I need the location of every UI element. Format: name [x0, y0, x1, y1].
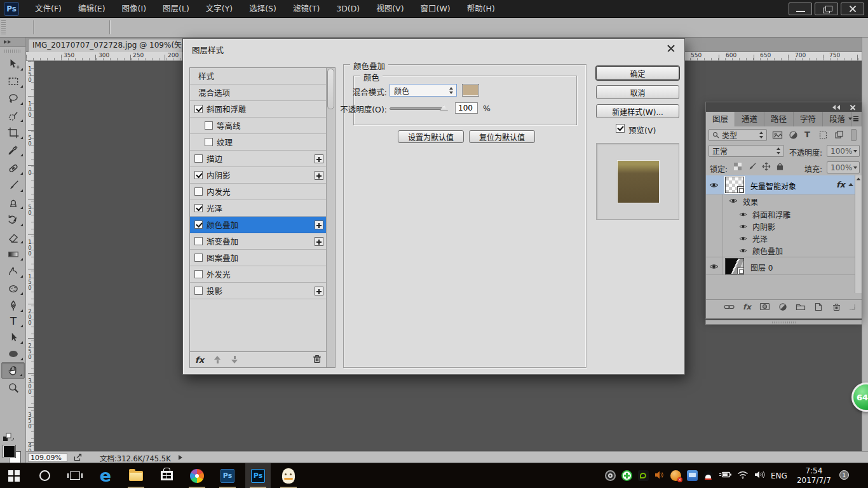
menu-image[interactable]: 图像(I) — [114, 0, 154, 18]
panel-resize-grip[interactable] — [849, 304, 855, 310]
style-checkbox[interactable] — [194, 187, 203, 196]
legacy-volume-tray-icon[interactable] — [654, 470, 665, 482]
messenger-taskbar-button[interactable] — [276, 463, 301, 488]
filter-shape-layers-icon[interactable] — [818, 130, 828, 142]
export-icon[interactable] — [74, 454, 83, 463]
effect-row-inner-shadow[interactable]: 内阴影 — [706, 220, 855, 233]
browser-taskbar-button[interactable] — [184, 463, 210, 488]
style-checkbox[interactable] — [194, 254, 203, 262]
filter-smart-objects-icon[interactable] — [834, 130, 844, 142]
move-style-down-icon[interactable] — [231, 356, 238, 363]
style-checkbox[interactable] — [194, 287, 203, 295]
new-group-icon[interactable] — [796, 302, 806, 311]
layer-name[interactable]: 图层 0 — [750, 262, 773, 273]
visibility-eye-icon[interactable] — [739, 222, 747, 231]
visibility-eye-icon[interactable] — [709, 182, 719, 191]
adjustment-layer-icon[interactable] — [778, 302, 787, 311]
layer-row-layer0[interactable]: 图层 0 — [706, 257, 862, 275]
close-button[interactable] — [841, 3, 864, 15]
filter-pixel-layers-icon[interactable] — [772, 130, 783, 142]
scroll-up-icon[interactable] — [857, 178, 860, 180]
menu-help[interactable]: 帮助(H) — [459, 0, 503, 18]
cortana-button[interactable] — [32, 463, 57, 488]
tray-app-icon[interactable] — [605, 470, 616, 481]
layer-opacity-select[interactable]: 100% — [827, 145, 860, 157]
photoshop-active-taskbar-button[interactable]: Ps — [245, 463, 271, 488]
smudge-tool[interactable] — [1, 263, 25, 280]
add-layer-style-icon[interactable]: fx — [743, 302, 751, 311]
taskbar-clock[interactable]: 7:54 2017/7/7 — [793, 466, 835, 485]
fill-opacity-select[interactable]: 100% — [827, 161, 860, 173]
effects-header-row[interactable]: 效果 — [706, 194, 855, 208]
lock-all-icon[interactable] — [776, 162, 784, 173]
ellipse-shape-tool[interactable] — [1, 346, 25, 362]
language-indicator[interactable]: ENG — [771, 471, 787, 480]
style-item-inner-shadow[interactable]: 内阴影 — [190, 167, 327, 184]
ok-button[interactable]: 确定 — [596, 66, 679, 80]
dialog-close-icon[interactable] — [665, 43, 677, 54]
style-checkbox[interactable] — [194, 270, 203, 278]
brush-tool[interactable] — [1, 177, 25, 194]
gradient-tool[interactable] — [1, 246, 25, 262]
store-button[interactable] — [154, 463, 179, 488]
menu-file[interactable]: 文件(F) — [27, 0, 70, 18]
document-tab[interactable]: IMG_20170707_072728.jpg @ 109%(矢量智... — [28, 39, 182, 52]
start-button[interactable] — [1, 463, 27, 488]
crop-tool[interactable] — [1, 125, 25, 141]
menu-3d[interactable]: 3D(D) — [328, 0, 368, 18]
preview-checkbox[interactable] — [616, 124, 625, 133]
style-checkbox[interactable] — [205, 121, 213, 130]
visibility-eye-icon[interactable] — [739, 247, 747, 255]
menu-layer[interactable]: 图层(L) — [154, 0, 198, 18]
marquee-tool[interactable] — [1, 73, 25, 90]
delete-layer-icon[interactable] — [832, 302, 841, 311]
tab-paths[interactable]: 路径 — [764, 112, 794, 126]
visibility-eye-icon[interactable] — [709, 263, 719, 272]
style-item-pattern-overlay[interactable]: 图案叠加 — [190, 250, 327, 266]
tab-character[interactable]: 字符 — [794, 112, 823, 126]
nvidia-tray-icon[interactable] — [638, 470, 649, 481]
pen-tool[interactable] — [1, 297, 25, 314]
options-grip[interactable] — [1, 20, 6, 34]
style-item-color-overlay[interactable]: 颜色叠加 — [190, 217, 327, 233]
file-explorer-button[interactable] — [123, 463, 149, 488]
tab-layers[interactable]: 图层 — [706, 112, 735, 126]
link-layers-icon[interactable] — [724, 303, 735, 311]
style-item-blending-options[interactable]: 混合选项 — [190, 85, 327, 101]
restore-button[interactable] — [815, 3, 838, 15]
app-alert-tray-icon[interactable]: × — [670, 470, 681, 481]
opacity-input[interactable] — [455, 102, 478, 114]
style-checkbox[interactable] — [194, 171, 203, 179]
blend-mode-select[interactable]: 正常 — [709, 145, 784, 157]
clone-stamp-tool[interactable] — [1, 194, 25, 211]
volume-tray-icon[interactable] — [754, 470, 765, 481]
style-item-contour[interactable]: 等高线 — [190, 118, 327, 134]
path-selection-tool[interactable] — [1, 329, 25, 346]
set-default-button[interactable]: 设置为默认值 — [398, 130, 464, 143]
menu-edit[interactable]: 编辑(E) — [70, 0, 114, 18]
minimize-button[interactable] — [789, 3, 812, 15]
panel-drag-handle[interactable] — [705, 320, 862, 325]
style-item-inner-glow[interactable]: 内发光 — [190, 184, 327, 200]
blend-mode-select[interactable]: 颜色 — [390, 84, 457, 97]
style-checkbox[interactable] — [194, 105, 203, 113]
style-item-bevel-emboss[interactable]: 斜面和浮雕 — [190, 101, 327, 118]
photoshop-taskbar-button[interactable]: Ps — [215, 463, 240, 488]
move-tool[interactable] — [1, 56, 25, 72]
reset-default-button[interactable]: 复位为默认值 — [469, 130, 535, 143]
add-instance-icon[interactable] — [315, 220, 323, 229]
effect-row-satin[interactable]: 光泽 — [706, 233, 855, 245]
style-item-gradient-overlay[interactable]: 渐变叠加 — [190, 233, 327, 250]
collapse-effects-icon[interactable] — [848, 183, 853, 186]
healing-brush-tool[interactable] — [1, 160, 25, 177]
foreground-color-swatch[interactable] — [3, 445, 15, 458]
layer-thumbnail[interactable] — [725, 258, 744, 274]
power-tray-icon[interactable] — [719, 471, 731, 480]
menu-view[interactable]: 视图(V) — [368, 0, 412, 18]
zoom-level-field[interactable] — [28, 453, 67, 462]
wifi-tray-icon[interactable] — [737, 471, 749, 481]
layer-filter-select[interactable]: 类型 — [709, 129, 767, 141]
menu-filter[interactable]: 滤镜(T) — [285, 0, 328, 18]
menu-select[interactable]: 选择(S) — [241, 0, 285, 18]
lock-position-icon[interactable] — [762, 162, 771, 173]
